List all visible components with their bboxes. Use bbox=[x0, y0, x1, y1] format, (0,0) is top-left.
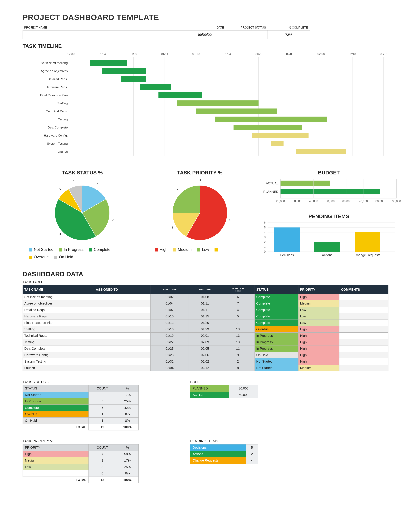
table-cell: 02/12 bbox=[189, 365, 221, 371]
svg-text:4: 4 bbox=[264, 231, 266, 234]
summary-status-title: TASK STATUS % bbox=[23, 380, 139, 384]
table-cell bbox=[339, 345, 388, 352]
table-cell: High bbox=[298, 339, 339, 345]
svg-text:PLANNED: PLANNED bbox=[263, 190, 279, 193]
summary-priority-table: PRIORITYCOUNT%High758%Medium217%Low325%0… bbox=[23, 444, 139, 483]
svg-text:02/08: 02/08 bbox=[317, 52, 325, 56]
hdr-value-date[interactable]: 00/00/00 bbox=[184, 30, 226, 39]
svg-text:Actions: Actions bbox=[322, 253, 333, 257]
svg-text:60,000: 60,000 bbox=[342, 200, 351, 203]
svg-text:50,000: 50,000 bbox=[326, 200, 335, 203]
table-header: ASSIGNED TO bbox=[94, 285, 150, 294]
svg-text:Set kick-off meeting: Set kick-off meeting bbox=[41, 61, 68, 65]
hdr-value-name[interactable] bbox=[23, 30, 184, 39]
svg-rect-33 bbox=[177, 100, 259, 106]
status-pie-title: TASK STATUS % bbox=[23, 170, 142, 176]
table-cell: On Hold bbox=[254, 352, 298, 358]
svg-text:01/19: 01/19 bbox=[192, 52, 200, 56]
svg-rect-31 bbox=[159, 92, 202, 98]
svg-text:Decisions: Decisions bbox=[280, 253, 294, 257]
table-header: COMMENTS bbox=[339, 285, 388, 294]
svg-text:2: 2 bbox=[112, 218, 114, 222]
svg-text:Final Resource Plan: Final Resource Plan bbox=[40, 94, 68, 97]
legend-item: Complete bbox=[89, 247, 110, 252]
table-cell: 5 bbox=[221, 313, 254, 320]
svg-text:5: 5 bbox=[264, 226, 266, 229]
summary-budget-table: PLANNED80,000ACTUAL50,000 bbox=[190, 385, 258, 398]
table-cell: 7 bbox=[221, 320, 254, 326]
svg-text:0: 0 bbox=[264, 250, 266, 253]
table-cell: 02/09 bbox=[189, 339, 221, 345]
svg-rect-37 bbox=[215, 116, 327, 122]
svg-text:01/09: 01/09 bbox=[130, 52, 137, 56]
svg-text:Launch: Launch bbox=[58, 150, 68, 153]
table-cell bbox=[94, 339, 150, 345]
table-cell: System Testing bbox=[23, 358, 94, 365]
table-cell bbox=[339, 294, 388, 300]
svg-text:Testing: Testing bbox=[58, 118, 68, 121]
svg-text:40,000: 40,000 bbox=[309, 200, 318, 203]
table-cell bbox=[94, 365, 150, 371]
table-cell bbox=[94, 352, 150, 358]
svg-text:3: 3 bbox=[199, 178, 201, 182]
table-row: Hardware Reqs.01/1001/155CompleteLow bbox=[23, 313, 388, 320]
summary-priority-title: TASK PRIORITY % bbox=[23, 439, 139, 443]
table-cell: 2 bbox=[221, 358, 254, 365]
legend-item: Low bbox=[197, 247, 209, 252]
hdr-value-status[interactable] bbox=[226, 30, 268, 39]
table-cell bbox=[94, 313, 150, 320]
table-cell bbox=[94, 294, 150, 300]
svg-text:90,000: 90,000 bbox=[392, 200, 401, 203]
svg-text:2: 2 bbox=[177, 187, 178, 191]
svg-text:30,000: 30,000 bbox=[292, 200, 301, 203]
legend-item: In Progress bbox=[59, 247, 84, 252]
table-cell: 8 bbox=[221, 365, 254, 371]
table-cell: Detailed Reqs. bbox=[23, 307, 94, 313]
legend-item: On Hold bbox=[54, 255, 73, 259]
table-cell: 11 bbox=[221, 345, 254, 352]
table-cell: High bbox=[298, 332, 339, 339]
svg-text:01/29: 01/29 bbox=[255, 52, 262, 56]
svg-text:System Testing: System Testing bbox=[47, 142, 68, 145]
table-cell: 02/02 bbox=[189, 358, 221, 365]
table-cell: In Progress bbox=[254, 345, 298, 352]
svg-text:80,000: 80,000 bbox=[375, 200, 384, 203]
table-cell: 01/20 bbox=[189, 320, 221, 326]
table-header: END DATE bbox=[189, 285, 221, 294]
table-row: Hardware Config.01/2802/069On HoldHigh bbox=[23, 352, 388, 358]
table-cell bbox=[339, 326, 388, 332]
table-cell: In Progress bbox=[254, 339, 298, 345]
table-row: Launch02/0402/128Not StartedMedium bbox=[23, 365, 388, 371]
svg-text:0: 0 bbox=[229, 218, 231, 222]
table-cell: Testing bbox=[23, 339, 94, 345]
table-cell bbox=[339, 339, 388, 345]
table-cell: Agree on objectives bbox=[23, 300, 94, 307]
table-cell: Complete bbox=[254, 320, 298, 326]
table-cell: Complete bbox=[254, 307, 298, 313]
svg-text:01/24: 01/24 bbox=[224, 52, 231, 56]
table-cell bbox=[94, 332, 150, 339]
table-cell bbox=[94, 320, 150, 326]
table-header: TASK NAME bbox=[23, 285, 94, 294]
table-cell: Complete bbox=[254, 300, 298, 307]
svg-text:Change Requests: Change Requests bbox=[355, 253, 380, 257]
pending-chart: 0123456DecisionsActionsChange Requests bbox=[258, 221, 400, 260]
table-cell: Hardware Config. bbox=[23, 352, 94, 358]
table-row: Dev. Complete01/2502/0511In ProgressHigh bbox=[23, 345, 388, 352]
table-cell: Technical Reqs. bbox=[23, 332, 94, 339]
table-cell bbox=[339, 358, 388, 365]
table-cell: Hardware Reqs. bbox=[23, 313, 94, 320]
table-row: Agree on objectives01/0401/117CompleteMe… bbox=[23, 300, 388, 307]
svg-text:Hardware Reqs.: Hardware Reqs. bbox=[46, 86, 68, 89]
table-cell: 01/29 bbox=[189, 326, 221, 332]
budget-title: BUDGET bbox=[258, 170, 400, 176]
status-legend: Not StartedIn ProgressCompleteOverdueOn … bbox=[23, 246, 142, 261]
gantt-chart: 12/3001/0401/0901/1401/1901/2401/2902/03… bbox=[23, 51, 387, 161]
table-cell: 01/22 bbox=[150, 339, 188, 345]
svg-rect-90 bbox=[274, 228, 300, 252]
table-cell: 9 bbox=[221, 352, 254, 358]
svg-rect-92 bbox=[314, 242, 340, 252]
svg-text:20,000: 20,000 bbox=[276, 200, 285, 203]
table-row: Set kick-off meeting01/0201/086CompleteH… bbox=[23, 294, 388, 300]
table-cell: 4 bbox=[221, 307, 254, 313]
